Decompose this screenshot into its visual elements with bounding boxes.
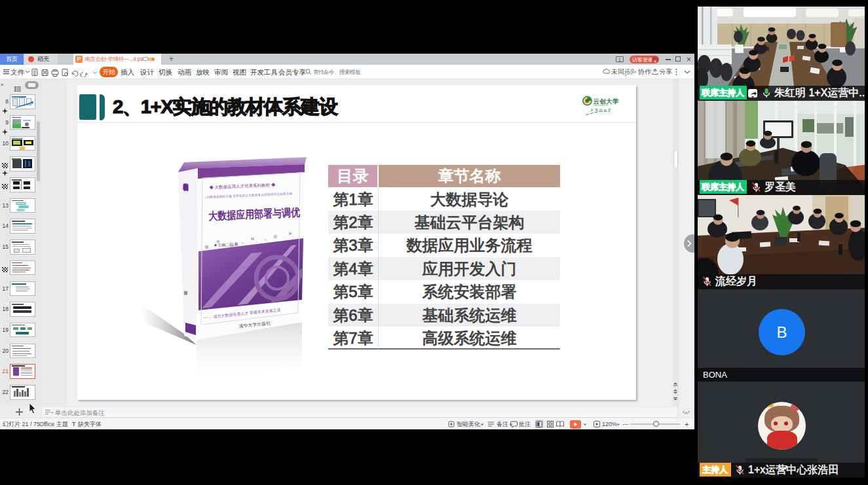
svg-text:edu.cstor.cn: edu.cstor.cn (594, 103, 609, 107)
